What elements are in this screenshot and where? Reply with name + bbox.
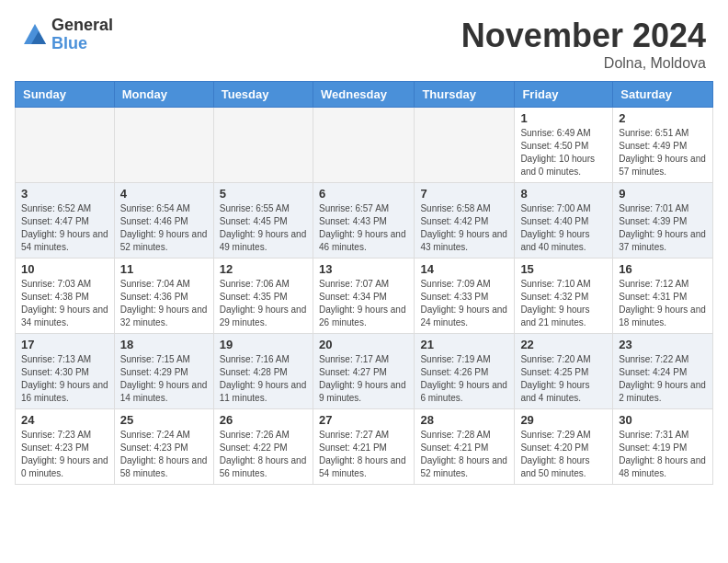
day-number: 10 [21, 262, 108, 276]
day-info: Sunrise: 7:13 AMSunset: 4:30 PMDaylight:… [21, 353, 108, 405]
day-header-thursday: Thursday [415, 82, 515, 108]
calendar-wrapper: SundayMondayTuesdayWednesdayThursdayFrid… [0, 81, 728, 485]
calendar-cell: 20Sunrise: 7:17 AMSunset: 4:27 PMDayligh… [313, 334, 414, 409]
day-number: 18 [120, 338, 208, 351]
logo-blue: Blue [51, 35, 113, 53]
calendar-week-5: 24Sunrise: 7:23 AMSunset: 4:23 PMDayligh… [16, 409, 713, 485]
day-info: Sunrise: 7:04 AMSunset: 4:36 PMDaylight:… [120, 278, 208, 329]
calendar-cell: 14Sunrise: 7:09 AMSunset: 4:33 PMDayligh… [415, 259, 515, 334]
logo: General Blue [22, 17, 113, 53]
day-number: 7 [420, 187, 508, 201]
calendar-cell: 8Sunrise: 7:00 AMSunset: 4:40 PMDaylight… [515, 183, 613, 259]
day-number: 27 [319, 413, 408, 427]
calendar-cell: 17Sunrise: 7:13 AMSunset: 4:30 PMDayligh… [16, 334, 115, 409]
calendar-cell: 28Sunrise: 7:28 AMSunset: 4:21 PMDayligh… [415, 409, 515, 485]
calendar-cell: 23Sunrise: 7:22 AMSunset: 4:24 PMDayligh… [613, 334, 713, 409]
calendar-table: SundayMondayTuesdayWednesdayThursdayFrid… [15, 81, 713, 485]
calendar-cell [313, 108, 414, 183]
calendar-cell: 18Sunrise: 7:15 AMSunset: 4:29 PMDayligh… [114, 334, 213, 409]
day-number: 14 [420, 262, 508, 276]
day-number: 11 [120, 262, 208, 276]
calendar-cell: 11Sunrise: 7:04 AMSunset: 4:36 PMDayligh… [114, 259, 213, 334]
day-info: Sunrise: 7:27 AMSunset: 4:21 PMDaylight:… [319, 429, 408, 480]
calendar-week-2: 3Sunrise: 6:52 AMSunset: 4:47 PMDaylight… [16, 183, 713, 259]
day-info: Sunrise: 7:19 AMSunset: 4:26 PMDaylight:… [420, 353, 508, 405]
day-number: 1 [520, 111, 607, 125]
calendar-cell: 26Sunrise: 7:26 AMSunset: 4:22 PMDayligh… [213, 409, 313, 485]
calendar-cell: 15Sunrise: 7:10 AMSunset: 4:32 PMDayligh… [515, 259, 613, 334]
day-info: Sunrise: 7:12 AMSunset: 4:31 PMDaylight:… [619, 278, 707, 329]
calendar-cell: 16Sunrise: 7:12 AMSunset: 4:31 PMDayligh… [613, 259, 713, 334]
calendar-cell [213, 108, 313, 183]
day-number: 19 [220, 338, 307, 351]
day-header-wednesday: Wednesday [313, 82, 414, 108]
calendar-cell: 22Sunrise: 7:20 AMSunset: 4:25 PMDayligh… [515, 334, 613, 409]
title-section: November 2024 Dolna, Moldova [461, 17, 706, 72]
calendar-cell: 13Sunrise: 7:07 AMSunset: 4:34 PMDayligh… [313, 259, 414, 334]
logo-icon [22, 22, 48, 48]
day-info: Sunrise: 7:16 AMSunset: 4:28 PMDaylight:… [220, 353, 307, 405]
day-number: 12 [220, 262, 307, 276]
day-number: 9 [619, 187, 707, 201]
day-number: 30 [619, 413, 707, 427]
calendar-week-3: 10Sunrise: 7:03 AMSunset: 4:38 PMDayligh… [16, 259, 713, 334]
calendar-cell: 12Sunrise: 7:06 AMSunset: 4:35 PMDayligh… [213, 259, 313, 334]
calendar-cell: 3Sunrise: 6:52 AMSunset: 4:47 PMDaylight… [16, 183, 115, 259]
day-info: Sunrise: 6:55 AMSunset: 4:45 PMDaylight:… [220, 202, 307, 254]
calendar-cell: 19Sunrise: 7:16 AMSunset: 4:28 PMDayligh… [213, 334, 313, 409]
day-header-friday: Friday [515, 82, 613, 108]
day-number: 24 [21, 413, 108, 427]
logo-general: General [51, 17, 113, 35]
location: Dolna, Moldova [461, 55, 706, 72]
calendar-cell [16, 108, 115, 183]
day-number: 17 [21, 338, 108, 351]
calendar-week-1: 1Sunrise: 6:49 AMSunset: 4:50 PMDaylight… [16, 108, 713, 183]
day-number: 22 [520, 338, 607, 351]
day-info: Sunrise: 7:26 AMSunset: 4:22 PMDaylight:… [220, 429, 307, 480]
day-info: Sunrise: 6:52 AMSunset: 4:47 PMDaylight:… [21, 202, 108, 254]
day-info: Sunrise: 7:22 AMSunset: 4:24 PMDaylight:… [619, 353, 707, 405]
day-info: Sunrise: 7:29 AMSunset: 4:20 PMDaylight:… [520, 429, 607, 480]
day-number: 25 [120, 413, 208, 427]
day-header-tuesday: Tuesday [213, 82, 313, 108]
day-info: Sunrise: 7:06 AMSunset: 4:35 PMDaylight:… [220, 278, 307, 329]
day-info: Sunrise: 7:15 AMSunset: 4:29 PMDaylight:… [120, 353, 208, 405]
day-number: 23 [619, 338, 707, 351]
calendar-cell: 30Sunrise: 7:31 AMSunset: 4:19 PMDayligh… [613, 409, 713, 485]
calendar-cell: 24Sunrise: 7:23 AMSunset: 4:23 PMDayligh… [16, 409, 115, 485]
calendar-cell: 6Sunrise: 6:57 AMSunset: 4:43 PMDaylight… [313, 183, 414, 259]
month-title: November 2024 [461, 17, 706, 55]
day-number: 16 [619, 262, 707, 276]
day-info: Sunrise: 6:58 AMSunset: 4:42 PMDaylight:… [420, 202, 508, 254]
day-info: Sunrise: 7:07 AMSunset: 4:34 PMDaylight:… [319, 278, 408, 329]
day-info: Sunrise: 7:10 AMSunset: 4:32 PMDaylight:… [520, 278, 607, 329]
calendar-cell: 27Sunrise: 7:27 AMSunset: 4:21 PMDayligh… [313, 409, 414, 485]
day-number: 6 [319, 187, 408, 201]
day-info: Sunrise: 7:20 AMSunset: 4:25 PMDaylight:… [520, 353, 607, 405]
calendar-cell: 7Sunrise: 6:58 AMSunset: 4:42 PMDaylight… [415, 183, 515, 259]
calendar-cell: 4Sunrise: 6:54 AMSunset: 4:46 PMDaylight… [114, 183, 213, 259]
day-info: Sunrise: 7:23 AMSunset: 4:23 PMDaylight:… [21, 429, 108, 480]
day-header-saturday: Saturday [613, 82, 713, 108]
calendar-cell: 25Sunrise: 7:24 AMSunset: 4:23 PMDayligh… [114, 409, 213, 485]
day-info: Sunrise: 6:54 AMSunset: 4:46 PMDaylight:… [120, 202, 208, 254]
day-info: Sunrise: 7:03 AMSunset: 4:38 PMDaylight:… [21, 278, 108, 329]
day-number: 20 [319, 338, 408, 351]
day-number: 5 [220, 187, 307, 201]
day-number: 2 [619, 111, 707, 125]
calendar-cell: 10Sunrise: 7:03 AMSunset: 4:38 PMDayligh… [16, 259, 115, 334]
day-info: Sunrise: 7:24 AMSunset: 4:23 PMDaylight:… [120, 429, 208, 480]
calendar-cell [415, 108, 515, 183]
day-info: Sunrise: 7:00 AMSunset: 4:40 PMDaylight:… [520, 202, 607, 254]
calendar-cell: 1Sunrise: 6:49 AMSunset: 4:50 PMDaylight… [515, 108, 613, 183]
day-info: Sunrise: 6:57 AMSunset: 4:43 PMDaylight:… [319, 202, 408, 254]
calendar-cell [114, 108, 213, 183]
day-number: 26 [220, 413, 307, 427]
day-number: 3 [21, 187, 108, 201]
calendar-cell: 2Sunrise: 6:51 AMSunset: 4:49 PMDaylight… [613, 108, 713, 183]
day-info: Sunrise: 6:49 AMSunset: 4:50 PMDaylight:… [520, 127, 607, 178]
calendar-header-row: SundayMondayTuesdayWednesdayThursdayFrid… [16, 82, 713, 108]
day-info: Sunrise: 7:09 AMSunset: 4:33 PMDaylight:… [420, 278, 508, 329]
day-number: 15 [520, 262, 607, 276]
page-header: General Blue November 2024 Dolna, Moldov… [0, 0, 728, 81]
